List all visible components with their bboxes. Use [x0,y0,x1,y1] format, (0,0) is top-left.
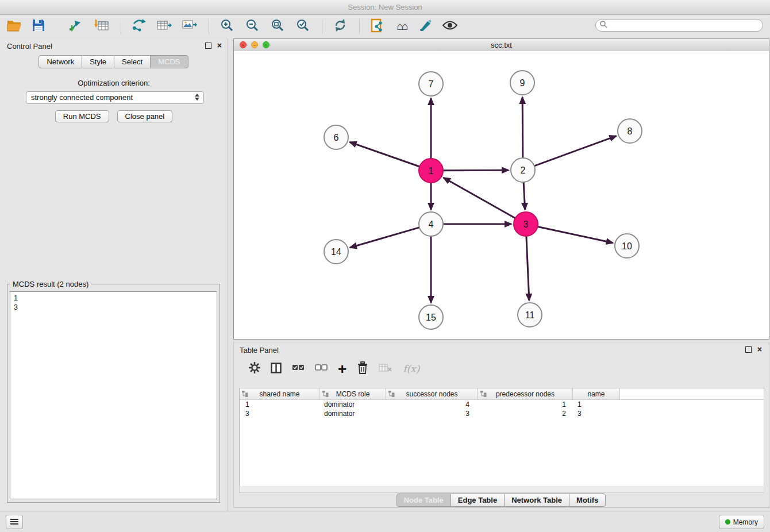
export-image-button[interactable] [180,17,199,36]
graph-node-8[interactable]: 8 [618,119,642,143]
table-horizontal-scrollbar[interactable] [239,486,764,493]
zoom-in-button[interactable] [217,17,237,36]
tab-network[interactable]: Network [38,55,82,68]
window-title: Session: New Session [348,3,422,11]
graph-edge-3-11[interactable] [526,236,529,300]
graph-edge-2-9[interactable] [522,97,523,158]
function-builder-button[interactable]: f(x) [403,363,419,375]
column-header-shared-name[interactable]: shared name [240,388,320,399]
graph-node-10[interactable]: 10 [615,234,639,258]
graph-edge-4-14[interactable] [350,228,419,248]
tab-network-table[interactable]: Network Table [504,494,569,507]
zoom-window-icon[interactable]: + [263,41,270,48]
apply-style-button[interactable] [416,17,436,36]
apply-layout-button[interactable] [330,17,350,36]
network-canvas[interactable]: 7968124314101511 [234,51,769,339]
home-button[interactable]: ⌂⌂ [392,17,411,36]
minimize-window-icon[interactable]: − [251,41,258,48]
network-graph[interactable]: 7968124314101511 [234,51,769,339]
graph-node-3[interactable]: 3 [514,212,538,236]
graph-node-14[interactable]: 14 [324,240,348,264]
zoom-selected-button[interactable] [293,17,313,36]
open-session-button[interactable] [5,17,24,36]
close-window-icon[interactable]: × [240,41,247,48]
mcds-result-area[interactable]: 1 3 [10,291,217,499]
select-all-columns-button[interactable] [292,364,305,374]
add-column-button[interactable]: + [338,363,346,375]
tab-select[interactable]: Select [114,55,151,68]
tab-style[interactable]: Style [82,55,114,68]
svg-text:9: 9 [520,78,525,88]
close-panel-button[interactable]: Close panel [117,110,173,122]
mcds-result-line: 1 [14,294,213,303]
graph-node-11[interactable]: 11 [518,303,542,327]
select-stepper-icon [195,94,199,101]
table-toolbar: + f(x) [240,357,763,380]
export-table-button[interactable] [155,17,174,36]
graph-node-15[interactable]: 15 [419,305,443,329]
tab-mcds[interactable]: MCDS [150,55,188,68]
table-settings-button[interactable] [249,362,260,376]
show-columns-button[interactable] [271,363,282,376]
run-mcds-button[interactable]: Run MCDS [55,110,109,122]
graph-edge-2-8[interactable] [534,136,617,166]
tab-edge-table[interactable]: Edge Table [451,494,505,507]
cell-name: 3 [573,410,620,418]
graph-node-7[interactable]: 7 [419,72,443,96]
delete-table-button[interactable] [379,363,392,375]
memory-button[interactable]: Memory [719,515,764,529]
search-field[interactable] [595,19,763,32]
column-header-label: MCDS role [336,390,370,398]
graph-edge-1-2[interactable] [443,170,509,171]
criterion-select[interactable]: strongly connected component [26,91,204,104]
criterion-select-value: strongly connected component [31,93,133,102]
graph-node-4[interactable]: 4 [419,212,443,236]
graph-edge-2-3[interactable] [523,182,525,210]
import-network-button[interactable] [66,17,85,36]
zoom-out-button[interactable] [242,17,262,36]
graph-edge-3-10[interactable] [538,226,613,242]
graph-node-1[interactable]: 1 [419,159,443,183]
column-header-successor-nodes[interactable]: successor nodes [386,388,478,399]
graph-node-2[interactable]: 2 [511,158,535,182]
zoom-fit-button[interactable] [268,17,287,36]
network-window-titlebar: × − + scc.txt [234,39,769,52]
delete-column-button[interactable] [357,361,368,376]
sort-icon [322,391,329,399]
list-icon [10,517,18,527]
graph-edge-3-1[interactable] [444,178,515,218]
import-public-database-button[interactable] [368,17,387,36]
delete-table-icon [379,363,392,375]
column-header-predecessor-nodes[interactable]: predecessor nodes [478,388,573,399]
search-input[interactable] [610,21,763,30]
close-table-panel-icon[interactable]: × [757,346,762,353]
column-header-label: predecessor nodes [496,390,555,398]
memory-status-dot [725,519,730,525]
table-row[interactable]: 3 dominator 3 2 3 [240,409,764,418]
task-history-button[interactable] [6,515,23,529]
graph-edge-1-6[interactable] [350,142,420,167]
graphics-details-button[interactable] [440,17,460,36]
export-network-button[interactable] [129,17,149,36]
unchecked-boxes-icon [315,364,328,374]
svg-text:10: 10 [622,241,632,251]
save-session-button[interactable] [29,17,48,36]
float-panel-icon[interactable] [205,43,211,49]
column-header-mcds-role[interactable]: MCDS role [320,388,386,399]
svg-text:7: 7 [429,79,434,89]
zoom-in-icon [220,18,234,34]
deselect-all-columns-button[interactable] [315,364,328,374]
float-table-panel-icon[interactable] [745,346,752,353]
table-row[interactable]: 1 dominator 4 1 1 [240,400,764,409]
tab-motifs[interactable]: Motifs [569,494,606,507]
graph-node-6[interactable]: 6 [324,125,348,149]
tab-node-table[interactable]: Node Table [396,494,451,507]
column-header-name[interactable]: name [573,388,620,399]
close-panel-icon[interactable]: × [217,42,222,49]
memory-label: Memory [733,518,758,526]
import-table-button[interactable] [92,17,111,36]
graph-node-9[interactable]: 9 [510,71,534,95]
paintbrush-icon [419,19,433,34]
table-header-row: shared name MCDS role successor nodes pr… [240,388,764,400]
header-filler [620,388,764,399]
